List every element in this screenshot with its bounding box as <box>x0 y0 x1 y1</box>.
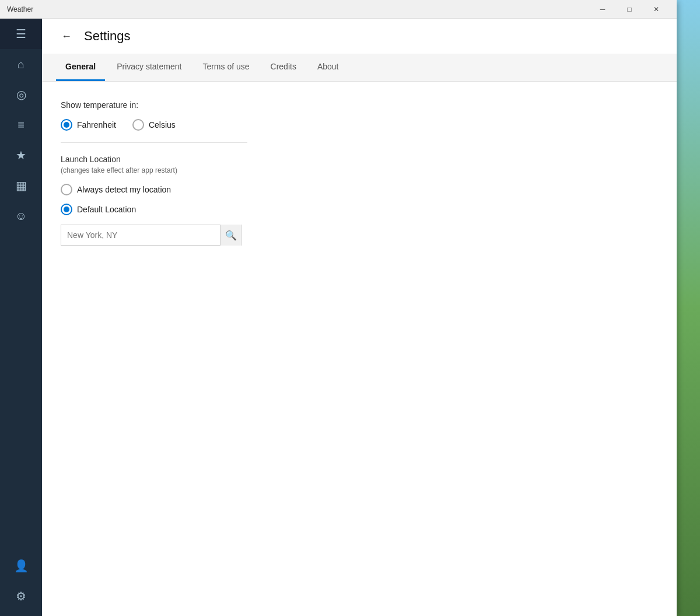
app-body: ☰ ⌂ ◎ ≡ ★ ▦ ☺ <box>0 19 677 616</box>
sidebar-top: ☰ ⌂ ◎ ≡ ★ ▦ ☺ <box>0 19 42 551</box>
sidebar-item-home[interactable]: ⌂ <box>0 49 42 79</box>
fahrenheit-label: Fahrenheit <box>77 120 116 130</box>
app-window: Weather ─ □ ✕ ☰ ⌂ ◎ ≡ <box>0 0 677 616</box>
default-location-option[interactable]: Default Location <box>61 204 658 215</box>
temperature-radio-group: Fahrenheit Celsius <box>61 119 658 131</box>
location-search-input[interactable] <box>61 230 220 240</box>
tabs-bar: General Privacy statement Terms of use C… <box>42 54 677 82</box>
sidebar-item-maps[interactable]: ▦ <box>0 170 42 201</box>
window-controls: ─ □ ✕ <box>589 0 670 19</box>
app-title: Weather <box>7 5 589 13</box>
page-title: Settings <box>84 29 131 44</box>
sidebar-item-forecast[interactable]: ◎ <box>0 79 42 110</box>
sidebar-item-settings[interactable]: ⚙ <box>0 581 42 611</box>
maximize-button[interactable]: □ <box>616 0 643 19</box>
settings-panel: Show temperature in: Fahrenheit Celsius … <box>42 82 677 616</box>
sidebar-item-details[interactable]: ≡ <box>0 110 42 140</box>
tab-terms[interactable]: Terms of use <box>193 53 258 81</box>
launch-location-radio-group: Always detect my location Default Locati… <box>61 184 658 215</box>
main-content: ← Settings General Privacy statement Ter… <box>42 19 677 616</box>
default-location-label: Default Location <box>77 205 136 214</box>
divider <box>61 142 247 143</box>
sidebar-item-menu[interactable]: ☰ <box>0 19 42 49</box>
sidebar-item-favorites[interactable]: ★ <box>0 140 42 170</box>
location-search-box: 🔍 <box>61 225 242 246</box>
list-icon: ≡ <box>18 118 24 132</box>
tab-credits[interactable]: Credits <box>261 53 306 81</box>
close-button[interactable]: ✕ <box>643 0 670 19</box>
search-button[interactable]: 🔍 <box>220 225 241 246</box>
star-icon: ★ <box>16 148 26 162</box>
launch-location-heading: Launch Location <box>61 155 658 164</box>
gear-icon: ⚙ <box>16 589 26 603</box>
temperature-label: Show temperature in: <box>61 100 658 110</box>
tab-about[interactable]: About <box>308 53 348 81</box>
launch-location-subtext: (changes take effect after app restart) <box>61 166 658 174</box>
celsius-option[interactable]: Celsius <box>132 119 176 131</box>
fahrenheit-radio[interactable] <box>61 119 72 131</box>
titlebar: Weather ─ □ ✕ <box>0 0 677 19</box>
tab-general[interactable]: General <box>56 53 105 81</box>
sidebar-item-news[interactable]: ☺ <box>0 201 42 231</box>
sidebar-item-account[interactable]: 👤 <box>0 551 42 581</box>
smiley-icon: ☺ <box>15 209 27 223</box>
home-icon: ⌂ <box>18 58 24 71</box>
target-icon: ◎ <box>16 88 26 102</box>
always-detect-label: Always detect my location <box>77 185 171 194</box>
account-icon: 👤 <box>14 559 29 573</box>
grid-icon: ▦ <box>16 178 27 192</box>
back-arrow-icon: ← <box>61 30 72 43</box>
fahrenheit-option[interactable]: Fahrenheit <box>61 119 116 131</box>
header: ← Settings <box>42 19 677 54</box>
always-detect-radio[interactable] <box>61 184 72 195</box>
sidebar-bottom: 👤 ⚙ <box>0 551 42 616</box>
default-location-radio[interactable] <box>61 204 72 215</box>
search-icon: 🔍 <box>225 230 237 241</box>
celsius-radio[interactable] <box>132 119 144 131</box>
minimize-button[interactable]: ─ <box>589 0 616 19</box>
celsius-label: Celsius <box>149 120 176 130</box>
back-button[interactable]: ← <box>56 26 77 47</box>
hamburger-icon: ☰ <box>16 27 26 41</box>
sidebar: ☰ ⌂ ◎ ≡ ★ ▦ ☺ <box>0 19 42 616</box>
tab-privacy[interactable]: Privacy statement <box>107 53 191 81</box>
always-detect-option[interactable]: Always detect my location <box>61 184 658 195</box>
